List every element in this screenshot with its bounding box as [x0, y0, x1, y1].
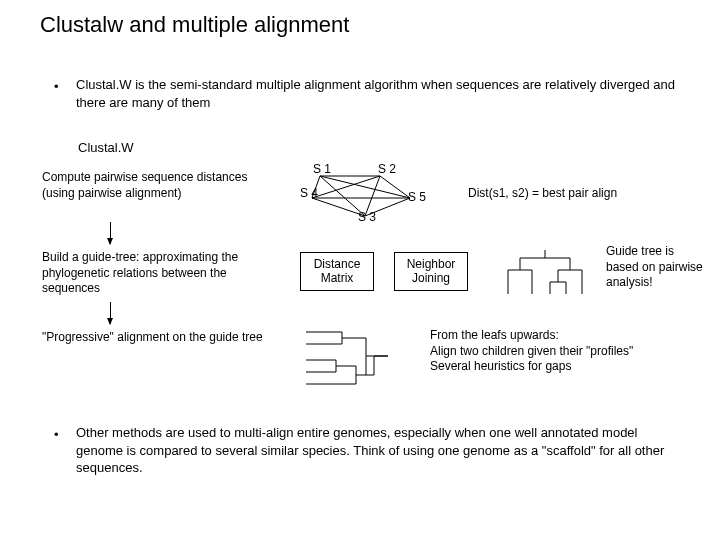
bullet-2-text: Other methods are used to multi-align en… — [76, 425, 664, 475]
step-1: Compute pairwise sequence distances (usi… — [42, 170, 272, 201]
bullet-2: • Other methods are used to multi-align … — [76, 424, 676, 477]
node-s2: S 2 — [378, 162, 396, 176]
progressive-note: From the leafs upwards: Align two childr… — [430, 328, 690, 375]
step-2: Build a guide-tree: approximating the ph… — [42, 250, 272, 297]
step-3: "Progressive" alignment on the guide tre… — [42, 330, 272, 346]
box-distance-matrix: Distance Matrix — [300, 252, 374, 291]
subhead-clustalw: Clustal.W — [78, 140, 134, 155]
dendrogram-small — [490, 246, 600, 298]
node-s3: S 3 — [358, 210, 376, 224]
arrow-1 — [110, 222, 111, 244]
bullet-1-text: Clustal.W is the semi-standard multiple … — [76, 77, 675, 110]
arrow-2 — [110, 302, 111, 324]
progressive-tree — [296, 326, 406, 392]
slide-title: Clustalw and multiple alignment — [40, 12, 349, 38]
node-s4: S 4 — [300, 186, 318, 200]
dist-equation: Dist(s1, s2) = best pair align — [468, 186, 688, 202]
node-s1: S 1 — [313, 162, 331, 176]
bullet-dot-2: • — [54, 426, 59, 444]
svg-line-7 — [312, 176, 380, 198]
node-s5: S 5 — [408, 190, 426, 204]
guide-tree-note: Guide tree is based on pairwise analysis… — [606, 244, 706, 291]
bullet-1: • Clustal.W is the semi-standard multipl… — [76, 76, 676, 111]
svg-line-5 — [320, 176, 410, 198]
box-neighbor-joining: Neighbor Joining — [394, 252, 468, 291]
bullet-dot: • — [54, 78, 59, 96]
